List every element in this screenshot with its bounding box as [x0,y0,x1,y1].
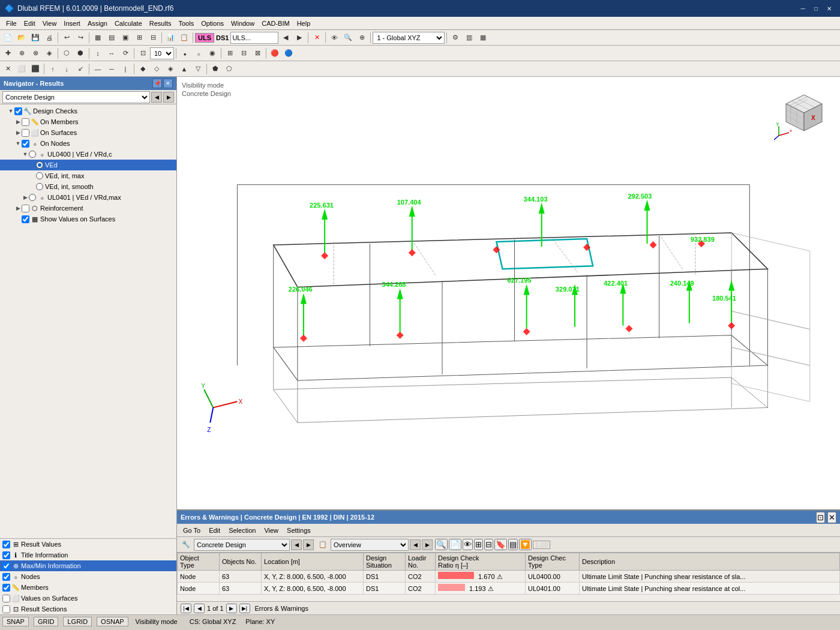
errors-menu-selection[interactable]: Selection [225,526,259,535]
radio-ved-int-max[interactable] [36,172,43,179]
check-on-members[interactable] [22,118,29,126]
tb-open[interactable]: 📂 [15,31,28,44]
tb3-3[interactable]: ⬛ [29,62,42,76]
close-button[interactable]: ✕ [823,3,835,14]
tb-view1[interactable]: 👁 [328,31,341,44]
errors-view-select[interactable]: Overview [331,539,409,551]
errors-menu-edit[interactable]: Edit [205,526,224,535]
tb2-18[interactable]: 🔵 [282,47,295,60]
page-prev[interactable]: ◀ [194,604,205,613]
toggle-on-nodes[interactable]: ▼ [14,140,22,147]
tb-btn6[interactable]: 📊 [164,31,177,44]
check-design-checks[interactable] [14,107,22,115]
viewport[interactable]: Visibility mode Concrete Design [177,77,840,509]
tb-redo[interactable]: ↪ [74,31,87,44]
tb3-9[interactable]: | [119,62,132,76]
check-title-info[interactable] [2,551,10,559]
radio-ul0400[interactable] [29,151,36,158]
nav-close[interactable]: ✕ [163,79,173,88]
tb-print[interactable]: 🖨 [43,31,56,44]
tb2-17[interactable]: 🔴 [268,47,281,60]
toggle-on-surfaces[interactable]: ▶ [14,129,22,136]
toggle-on-members[interactable]: ▶ [14,118,22,125]
errors-filter[interactable]: 🔽 [519,539,532,550]
tb-view2[interactable]: 🔍 [341,31,355,44]
check-show-values[interactable] [22,215,29,223]
errors-tb7[interactable]: ▤ [508,539,518,550]
tree-ul0401[interactable]: ▶ ⬦ UL0401 | VEd / VRd,max [0,192,176,203]
tb-btn1[interactable]: ▦ [91,31,104,44]
view-dropdown[interactable]: 1 - Global XYZ [373,32,445,44]
tb2-12[interactable]: ⬦ [192,47,205,60]
tb2-combo[interactable]: 10 [150,47,174,59]
tb2-7[interactable]: ↕ [91,47,104,60]
next-uls[interactable]: ▶ [293,31,306,44]
check-maxmin-info[interactable] [2,562,10,570]
menu-tools[interactable]: Tools [175,19,197,28]
toggle-ul0400[interactable]: ▼ [22,151,29,158]
col-ratio[interactable]: Design CheckRatio η [–] [436,553,526,571]
check-result-values[interactable] [2,541,10,548]
errors-tb6[interactable]: 🔖 [494,539,507,550]
menu-help[interactable]: Help [293,19,314,28]
check-members[interactable] [2,584,10,592]
tree-show-values[interactable]: ▦ Show Values on Surfaces [0,214,176,224]
tb2-1[interactable]: ✚ [1,47,14,60]
tree-on-members[interactable]: ▶ 📏 On Members [0,116,176,127]
col-design-sit[interactable]: DesignSituation [364,553,406,571]
tb3-4[interactable]: ↑ [46,62,59,76]
errors-view-next[interactable]: ▶ [422,539,433,550]
errors-module-select[interactable]: Concrete Design [194,539,290,551]
tb-front[interactable]: ▥ [463,31,476,44]
uls-dropdown[interactable] [230,32,278,44]
tb2-5[interactable]: ⬡ [60,47,73,60]
tb2-13[interactable]: ◉ [206,47,219,60]
tb3-5[interactable]: ↓ [60,62,73,76]
nav-result-values[interactable]: ⊞ Result Values [0,539,176,550]
tb-stop[interactable]: ✕ [310,31,323,44]
tb2-4[interactable]: ◈ [43,47,56,60]
errors-menu-goto[interactable]: Go To [179,526,204,535]
tb3-1[interactable]: ✕ [1,62,14,76]
tb3-14[interactable]: ▽ [191,62,205,76]
tb2-10[interactable]: ⊡ [136,47,149,60]
tb-btn5[interactable]: ⊟ [146,31,160,44]
page-next[interactable]: ▶ [226,604,237,613]
menu-edit[interactable]: Edit [20,19,39,28]
tb3-11[interactable]: ◇ [150,62,163,76]
tb-iso[interactable]: ⚙ [449,31,462,44]
status-osnap[interactable]: OSNAP [97,617,128,626]
tree-ul0400[interactable]: ▼ ⬦ UL0400 | VEd / VRd,c [0,149,176,160]
errors-prev[interactable]: ◀ [291,539,302,550]
nav-title-info[interactable]: ℹ Title Information [0,550,176,560]
radio-ved[interactable] [36,161,43,169]
tb-new[interactable]: 📄 [1,31,14,44]
errors-tb4[interactable]: ⊞ [474,539,483,550]
tree-on-nodes[interactable]: ▼ ⬦ On Nodes [0,138,176,149]
tb3-15[interactable]: ⬟ [209,62,222,76]
check-values-surfaces[interactable] [2,595,10,602]
tb3-12[interactable]: ◈ [164,62,177,76]
menu-cad-bim[interactable]: CAD-BIM [258,19,293,28]
radio-ul0401[interactable] [29,194,36,201]
errors-tb5[interactable]: ⊟ [484,539,493,550]
col-object-type[interactable]: ObjectType [178,553,220,571]
menu-calculate[interactable]: Calculate [111,19,146,28]
status-lgrid[interactable]: LGRID [63,617,92,626]
tree-ved[interactable]: VEd [0,160,176,170]
status-grid[interactable]: GRID [34,617,59,626]
tree-ved-int-smooth[interactable]: VEd, int, smooth [0,181,176,192]
menu-results[interactable]: Results [146,19,175,28]
tb-btn3[interactable]: ▣ [119,31,132,44]
menu-view[interactable]: View [39,19,61,28]
errors-menu-view[interactable]: View [260,526,282,535]
tb2-16[interactable]: ⊠ [251,47,264,60]
tb-btn2[interactable]: ▤ [105,31,118,44]
errors-tb1[interactable]: 🔍 [435,539,448,550]
toggle-ul0401[interactable]: ▶ [22,194,29,201]
page-first[interactable]: |◀ [181,604,191,613]
errors-menu-settings[interactable]: Settings [283,526,314,535]
tree-ved-int-max[interactable]: VEd, int, max [0,170,176,181]
view-cube[interactable]: X x y z [774,83,834,143]
menu-window[interactable]: Window [227,19,258,28]
